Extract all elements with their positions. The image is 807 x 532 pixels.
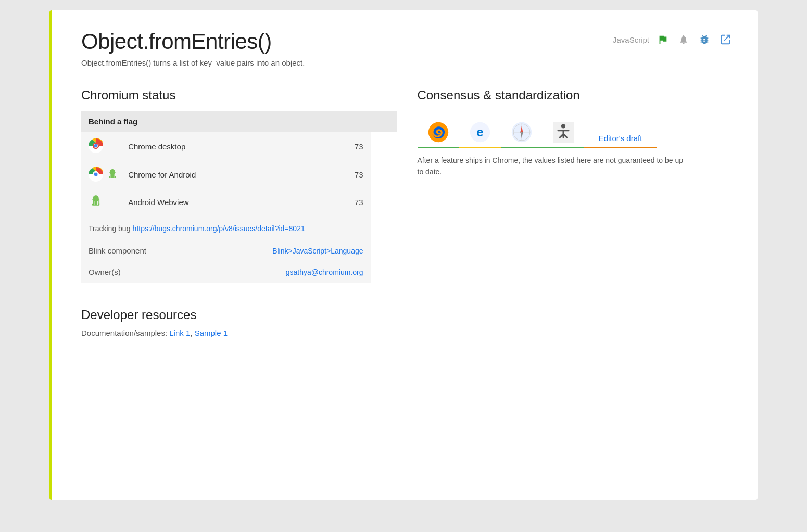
bell-icon[interactable] — [676, 32, 691, 47]
firefox-icon — [428, 122, 449, 143]
header-actions: JavaScript — [613, 32, 733, 47]
page-subtitle: Object.fromEntries() turns a list of key… — [81, 58, 733, 67]
svg-text:e: e — [476, 125, 484, 139]
figure-icon — [553, 122, 574, 143]
consensus-section: Consensus & standardization e — [418, 88, 733, 283]
owners-row: Owner(s) gsathya@chromium.org — [81, 261, 397, 283]
safari-tab[interactable] — [501, 111, 543, 148]
android-webview-icon-cell — [81, 188, 126, 217]
chromium-status-title: Chromium status — [81, 88, 397, 103]
external-link-icon[interactable] — [718, 32, 733, 47]
svg-line-0 — [724, 35, 729, 41]
tracking-bug-row: Tracking bug https://bugs.chromium.org/p… — [81, 217, 397, 240]
table-row: Chrome for Android 73 — [81, 161, 397, 188]
behind-flag-label: Behind a flag — [81, 111, 371, 132]
chrome-android-version: 73 — [229, 161, 370, 188]
svg-point-8 — [94, 173, 98, 176]
flag-icon[interactable] — [655, 32, 670, 47]
chrome-desktop-version: 73 — [229, 132, 370, 161]
blink-component-row: Blink component Blink>JavaScript>Languag… — [81, 240, 397, 261]
safari-icon — [511, 122, 532, 143]
feature-card: Object.fromEntries() JavaScript — [49, 10, 758, 500]
chrome-android-label: Chrome for Android — [126, 161, 229, 188]
header: Object.fromEntries() JavaScript — [81, 29, 733, 54]
edge-tab[interactable]: e — [459, 111, 501, 148]
browser-tabs: e — [418, 111, 733, 148]
doc-samples: Documentation/samples: Link 1, Sample 1 — [81, 328, 733, 337]
owners-link[interactable]: gsathya@chromium.org — [286, 268, 363, 276]
svg-point-4 — [94, 144, 98, 148]
tracking-label: Tracking bug — [89, 224, 130, 233]
doc-link-2[interactable]: Sample 1 — [195, 328, 228, 337]
android-webview-label: Android Webview — [126, 188, 229, 217]
chrome-icon — [89, 138, 103, 153]
blink-value-cell: Blink>JavaScript>Language — [229, 240, 370, 261]
bug-icon[interactable] — [697, 32, 712, 47]
owners-value-cell: gsathya@chromium.org — [229, 261, 370, 283]
category-label: JavaScript — [613, 35, 649, 44]
editors-draft-tab[interactable]: Editor's draft — [584, 111, 657, 148]
consensus-title: Consensus & standardization — [418, 88, 733, 103]
table-row: Android Webview 73 — [81, 188, 397, 217]
chrome-desktop-label: Chrome desktop — [126, 132, 229, 161]
chromium-status-table: Behind a flag — [81, 111, 397, 283]
android-webview-version: 73 — [229, 188, 370, 217]
editors-draft-label: Editor's draft — [599, 134, 642, 143]
edge-icon: e — [470, 122, 490, 143]
owners-label: Owner(s) — [81, 261, 229, 283]
doc-label: Documentation/samples: — [81, 328, 167, 337]
blink-label: Blink component — [81, 240, 229, 261]
page-title: Object.fromEntries() — [81, 29, 272, 54]
chromium-status-section: Chromium status Behind a flag — [81, 88, 397, 283]
android-icon — [106, 168, 119, 181]
consensus-note: After a feature ships in Chrome, the val… — [418, 155, 688, 178]
blink-component-link[interactable]: Blink>JavaScript>Language — [272, 247, 363, 255]
tracking-bug-link[interactable]: https://bugs.chromium.org/p/v8/issues/de… — [133, 224, 305, 233]
table-row: Chrome desktop 73 — [81, 132, 397, 161]
firefox-tab[interactable] — [418, 111, 459, 148]
figure-tab[interactable] — [543, 111, 584, 148]
doc-link-1[interactable]: Link 1 — [169, 328, 190, 337]
android-webview-icon — [89, 194, 103, 209]
developer-resources-title: Developer resources — [81, 308, 733, 322]
tracking-bug-cell: Tracking bug https://bugs.chromium.org/p… — [81, 217, 371, 240]
svg-point-20 — [561, 124, 565, 128]
chrome-android-icons — [81, 161, 126, 188]
table-header-row: Behind a flag — [81, 111, 397, 132]
developer-resources-section: Developer resources Documentation/sample… — [81, 308, 733, 337]
chrome-icon-android — [89, 167, 103, 182]
chrome-desktop-icon-cell — [81, 132, 126, 161]
main-content: Chromium status Behind a flag — [81, 88, 733, 283]
